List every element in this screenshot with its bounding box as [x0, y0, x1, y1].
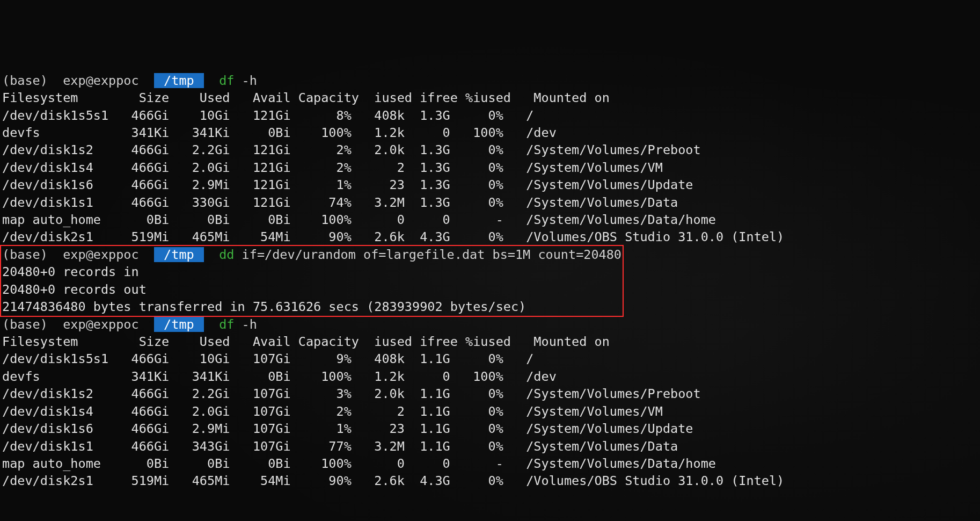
prompt-user: exp@exppoc	[63, 247, 138, 262]
df-row: /dev/disk2s1 519Mi 465Mi 54Mi 90% 2.6k 4…	[2, 228, 978, 245]
prompt-env: (base)	[2, 317, 48, 332]
df-row: /dev/disk1s5s1 466Gi 10Gi 121Gi 8% 408k …	[2, 107, 978, 124]
prompt-line[interactable]: (base) exp@exppoc /tmp df -h	[2, 316, 978, 333]
dd-output: 20480+0 records out	[2, 281, 621, 298]
df-row: /dev/disk1s2 466Gi 2.2Gi 107Gi 3% 2.0k 1…	[2, 385, 978, 402]
df-row: /dev/disk1s5s1 466Gi 10Gi 107Gi 9% 408k …	[2, 350, 978, 367]
prompt-line[interactable]: (base) exp@exppoc /tmp dd if=/dev/urando…	[2, 246, 621, 263]
df-row: /dev/disk1s1 466Gi 343Gi 107Gi 77% 3.2M …	[2, 438, 978, 455]
command-name: df	[219, 317, 234, 332]
command-name: dd	[219, 247, 234, 262]
df-row: /dev/disk1s1 466Gi 330Gi 121Gi 74% 3.2M …	[2, 194, 978, 211]
command-args: if=/dev/urandom of=largefile.dat bs=1M c…	[242, 247, 621, 262]
dd-output: 21474836480 bytes transferred in 75.6316…	[2, 298, 621, 315]
prompt-env: (base)	[2, 247, 48, 262]
prompt-path: /tmp	[154, 247, 204, 262]
prompt-line[interactable]: (base) exp@exppoc /tmp df -h	[2, 72, 978, 89]
prompt-path: /tmp	[154, 73, 204, 88]
df-row: map auto_home 0Bi 0Bi 0Bi 100% 0 0 - /Sy…	[2, 455, 978, 472]
prompt-path: /tmp	[154, 317, 204, 332]
df-row: /dev/disk1s6 466Gi 2.9Mi 107Gi 1% 23 1.1…	[2, 420, 978, 437]
df-row: map auto_home 0Bi 0Bi 0Bi 100% 0 0 - /Sy…	[2, 211, 978, 228]
df-row: /dev/disk1s6 466Gi 2.9Mi 121Gi 1% 23 1.3…	[2, 176, 978, 193]
df-row: /dev/disk1s4 466Gi 2.0Gi 121Gi 2% 2 1.3G…	[2, 159, 978, 176]
command-args: -h	[242, 317, 257, 332]
df-row: /dev/disk1s2 466Gi 2.2Gi 121Gi 2% 2.0k 1…	[2, 141, 978, 158]
prompt-user: exp@exppoc	[63, 317, 138, 332]
df-row: devfs 341Ki 341Ki 0Bi 100% 1.2k 0 100% /…	[2, 368, 978, 385]
df-row: devfs 341Ki 341Ki 0Bi 100% 1.2k 0 100% /…	[2, 124, 978, 141]
df-header: Filesystem Size Used Avail Capacity iuse…	[2, 333, 978, 350]
prompt-user: exp@exppoc	[63, 73, 138, 88]
df-header: Filesystem Size Used Avail Capacity iuse…	[2, 89, 978, 106]
command-args: -h	[242, 73, 257, 88]
df-row: /dev/disk2s1 519Mi 465Mi 54Mi 90% 2.6k 4…	[2, 472, 978, 489]
df-row: /dev/disk1s4 466Gi 2.0Gi 107Gi 2% 2 1.1G…	[2, 403, 978, 420]
highlight-box: (base) exp@exppoc /tmp dd if=/dev/urando…	[0, 245, 624, 317]
command-name: df	[219, 73, 234, 88]
dd-output: 20480+0 records in	[2, 263, 621, 280]
prompt-env: (base)	[2, 73, 48, 88]
terminal-output[interactable]: (base) exp@exppoc /tmp df -hFilesystem S…	[2, 72, 978, 490]
